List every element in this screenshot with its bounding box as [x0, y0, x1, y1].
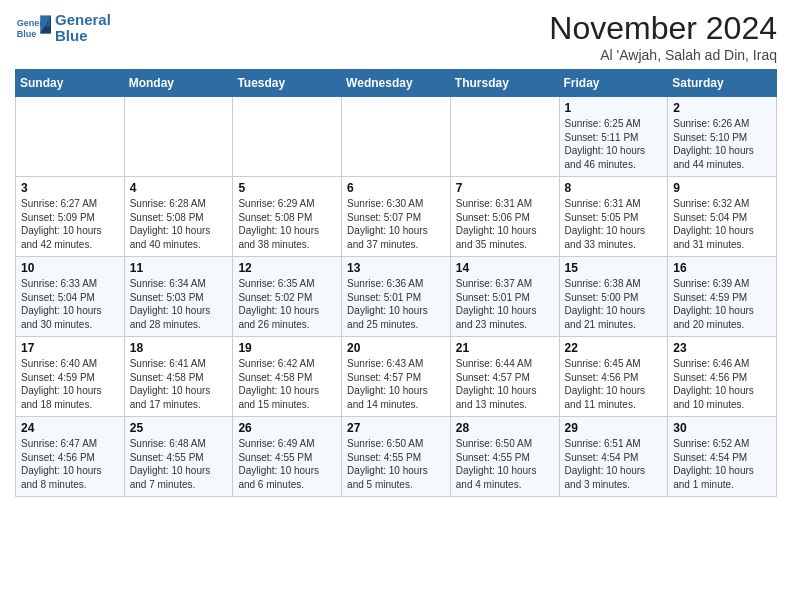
day-number: 14	[456, 261, 554, 275]
calendar-cell: 29Sunrise: 6:51 AM Sunset: 4:54 PM Dayli…	[559, 417, 668, 497]
calendar-cell: 5Sunrise: 6:29 AM Sunset: 5:08 PM Daylig…	[233, 177, 342, 257]
calendar-cell: 6Sunrise: 6:30 AM Sunset: 5:07 PM Daylig…	[342, 177, 451, 257]
day-content: Sunrise: 6:40 AM Sunset: 4:59 PM Dayligh…	[21, 357, 119, 411]
page-subtitle: Al 'Awjah, Salah ad Din, Iraq	[549, 47, 777, 63]
calendar-cell: 20Sunrise: 6:43 AM Sunset: 4:57 PM Dayli…	[342, 337, 451, 417]
day-content: Sunrise: 6:31 AM Sunset: 5:06 PM Dayligh…	[456, 197, 554, 251]
calendar-cell: 9Sunrise: 6:32 AM Sunset: 5:04 PM Daylig…	[668, 177, 777, 257]
day-number: 7	[456, 181, 554, 195]
day-content: Sunrise: 6:28 AM Sunset: 5:08 PM Dayligh…	[130, 197, 228, 251]
day-content: Sunrise: 6:26 AM Sunset: 5:10 PM Dayligh…	[673, 117, 771, 171]
calendar-cell	[450, 97, 559, 177]
day-number: 28	[456, 421, 554, 435]
day-content: Sunrise: 6:31 AM Sunset: 5:05 PM Dayligh…	[565, 197, 663, 251]
day-content: Sunrise: 6:52 AM Sunset: 4:54 PM Dayligh…	[673, 437, 771, 491]
calendar-cell: 15Sunrise: 6:38 AM Sunset: 5:00 PM Dayli…	[559, 257, 668, 337]
day-content: Sunrise: 6:25 AM Sunset: 5:11 PM Dayligh…	[565, 117, 663, 171]
day-content: Sunrise: 6:37 AM Sunset: 5:01 PM Dayligh…	[456, 277, 554, 331]
day-content: Sunrise: 6:29 AM Sunset: 5:08 PM Dayligh…	[238, 197, 336, 251]
calendar-cell: 13Sunrise: 6:36 AM Sunset: 5:01 PM Dayli…	[342, 257, 451, 337]
day-number: 26	[238, 421, 336, 435]
logo: General Blue General Blue	[15, 10, 111, 46]
calendar-cell: 2Sunrise: 6:26 AM Sunset: 5:10 PM Daylig…	[668, 97, 777, 177]
day-number: 30	[673, 421, 771, 435]
logo-text-general: General	[55, 12, 111, 29]
day-number: 20	[347, 341, 445, 355]
calendar-week-row: 1Sunrise: 6:25 AM Sunset: 5:11 PM Daylig…	[16, 97, 777, 177]
calendar-cell: 23Sunrise: 6:46 AM Sunset: 4:56 PM Dayli…	[668, 337, 777, 417]
calendar-cell: 10Sunrise: 6:33 AM Sunset: 5:04 PM Dayli…	[16, 257, 125, 337]
title-block: November 2024 Al 'Awjah, Salah ad Din, I…	[549, 10, 777, 63]
day-content: Sunrise: 6:33 AM Sunset: 5:04 PM Dayligh…	[21, 277, 119, 331]
calendar-cell: 12Sunrise: 6:35 AM Sunset: 5:02 PM Dayli…	[233, 257, 342, 337]
day-content: Sunrise: 6:50 AM Sunset: 4:55 PM Dayligh…	[456, 437, 554, 491]
day-content: Sunrise: 6:43 AM Sunset: 4:57 PM Dayligh…	[347, 357, 445, 411]
weekday-header: Monday	[124, 70, 233, 97]
calendar-cell: 16Sunrise: 6:39 AM Sunset: 4:59 PM Dayli…	[668, 257, 777, 337]
day-content: Sunrise: 6:48 AM Sunset: 4:55 PM Dayligh…	[130, 437, 228, 491]
calendar-cell: 14Sunrise: 6:37 AM Sunset: 5:01 PM Dayli…	[450, 257, 559, 337]
day-number: 13	[347, 261, 445, 275]
day-content: Sunrise: 6:47 AM Sunset: 4:56 PM Dayligh…	[21, 437, 119, 491]
day-number: 15	[565, 261, 663, 275]
day-content: Sunrise: 6:42 AM Sunset: 4:58 PM Dayligh…	[238, 357, 336, 411]
day-number: 18	[130, 341, 228, 355]
day-number: 21	[456, 341, 554, 355]
day-content: Sunrise: 6:44 AM Sunset: 4:57 PM Dayligh…	[456, 357, 554, 411]
day-content: Sunrise: 6:45 AM Sunset: 4:56 PM Dayligh…	[565, 357, 663, 411]
weekday-header: Sunday	[16, 70, 125, 97]
day-content: Sunrise: 6:41 AM Sunset: 4:58 PM Dayligh…	[130, 357, 228, 411]
calendar-cell: 17Sunrise: 6:40 AM Sunset: 4:59 PM Dayli…	[16, 337, 125, 417]
day-number: 19	[238, 341, 336, 355]
calendar-week-row: 3Sunrise: 6:27 AM Sunset: 5:09 PM Daylig…	[16, 177, 777, 257]
day-content: Sunrise: 6:32 AM Sunset: 5:04 PM Dayligh…	[673, 197, 771, 251]
day-number: 24	[21, 421, 119, 435]
weekday-header: Wednesday	[342, 70, 451, 97]
calendar-cell: 1Sunrise: 6:25 AM Sunset: 5:11 PM Daylig…	[559, 97, 668, 177]
calendar-cell: 18Sunrise: 6:41 AM Sunset: 4:58 PM Dayli…	[124, 337, 233, 417]
calendar-table: SundayMondayTuesdayWednesdayThursdayFrid…	[15, 69, 777, 497]
day-content: Sunrise: 6:39 AM Sunset: 4:59 PM Dayligh…	[673, 277, 771, 331]
day-content: Sunrise: 6:34 AM Sunset: 5:03 PM Dayligh…	[130, 277, 228, 331]
day-number: 1	[565, 101, 663, 115]
day-number: 25	[130, 421, 228, 435]
day-content: Sunrise: 6:50 AM Sunset: 4:55 PM Dayligh…	[347, 437, 445, 491]
day-number: 29	[565, 421, 663, 435]
weekday-header: Tuesday	[233, 70, 342, 97]
svg-text:Blue: Blue	[17, 29, 37, 39]
calendar-cell: 3Sunrise: 6:27 AM Sunset: 5:09 PM Daylig…	[16, 177, 125, 257]
calendar-cell	[16, 97, 125, 177]
day-content: Sunrise: 6:46 AM Sunset: 4:56 PM Dayligh…	[673, 357, 771, 411]
calendar-cell: 28Sunrise: 6:50 AM Sunset: 4:55 PM Dayli…	[450, 417, 559, 497]
day-content: Sunrise: 6:38 AM Sunset: 5:00 PM Dayligh…	[565, 277, 663, 331]
day-number: 27	[347, 421, 445, 435]
day-content: Sunrise: 6:49 AM Sunset: 4:55 PM Dayligh…	[238, 437, 336, 491]
calendar-week-row: 10Sunrise: 6:33 AM Sunset: 5:04 PM Dayli…	[16, 257, 777, 337]
calendar-cell: 30Sunrise: 6:52 AM Sunset: 4:54 PM Dayli…	[668, 417, 777, 497]
day-number: 16	[673, 261, 771, 275]
day-number: 10	[21, 261, 119, 275]
weekday-header: Friday	[559, 70, 668, 97]
calendar-body: 1Sunrise: 6:25 AM Sunset: 5:11 PM Daylig…	[16, 97, 777, 497]
calendar-cell	[124, 97, 233, 177]
calendar-cell	[342, 97, 451, 177]
day-number: 12	[238, 261, 336, 275]
svg-text:General: General	[17, 18, 51, 28]
calendar-cell: 21Sunrise: 6:44 AM Sunset: 4:57 PM Dayli…	[450, 337, 559, 417]
calendar-cell: 4Sunrise: 6:28 AM Sunset: 5:08 PM Daylig…	[124, 177, 233, 257]
day-number: 8	[565, 181, 663, 195]
day-number: 6	[347, 181, 445, 195]
calendar-cell	[233, 97, 342, 177]
calendar-cell: 11Sunrise: 6:34 AM Sunset: 5:03 PM Dayli…	[124, 257, 233, 337]
weekday-header: Thursday	[450, 70, 559, 97]
calendar-week-row: 24Sunrise: 6:47 AM Sunset: 4:56 PM Dayli…	[16, 417, 777, 497]
calendar-cell: 7Sunrise: 6:31 AM Sunset: 5:06 PM Daylig…	[450, 177, 559, 257]
day-number: 4	[130, 181, 228, 195]
day-content: Sunrise: 6:35 AM Sunset: 5:02 PM Dayligh…	[238, 277, 336, 331]
logo-icon: General Blue	[15, 10, 51, 46]
calendar-header: SundayMondayTuesdayWednesdayThursdayFrid…	[16, 70, 777, 97]
calendar-cell: 25Sunrise: 6:48 AM Sunset: 4:55 PM Dayli…	[124, 417, 233, 497]
day-number: 22	[565, 341, 663, 355]
calendar-cell: 24Sunrise: 6:47 AM Sunset: 4:56 PM Dayli…	[16, 417, 125, 497]
day-content: Sunrise: 6:51 AM Sunset: 4:54 PM Dayligh…	[565, 437, 663, 491]
